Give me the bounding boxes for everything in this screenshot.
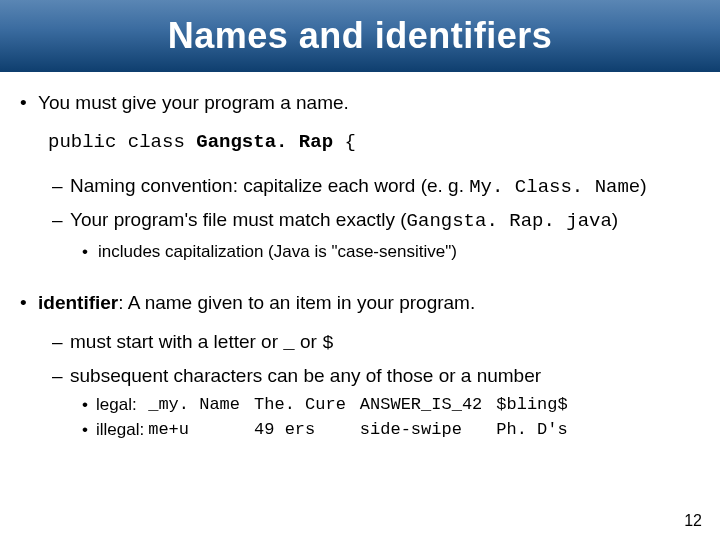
code-prefix: public class	[48, 131, 196, 153]
illegal-ex-0: me+u	[148, 419, 254, 444]
illegal-ex-2: side-swipe	[360, 419, 496, 444]
slide: Names and identifiers You must give your…	[0, 0, 720, 540]
sub-file-match: Your program's file must match exactly (…	[52, 207, 700, 235]
table-row: illegal: me+u 49 ers side-swipe Ph. D's	[82, 419, 582, 444]
slide-title: Names and identifiers	[168, 15, 553, 57]
legal-ex-0: _my. Name	[148, 394, 254, 419]
illegal-label: illegal:	[82, 419, 148, 444]
bullet-identifier: identifier: A name given to an item in y…	[20, 290, 700, 316]
sub-file-close: )	[612, 209, 618, 230]
code-classname: Gangsta. Rap	[196, 131, 333, 153]
legal-label: legal:	[82, 394, 148, 419]
examples-table: legal: _my. Name The. Cure ANSWER_IS_42 …	[82, 394, 582, 444]
legal-ex-2: ANSWER_IS_42	[360, 394, 496, 419]
page-number: 12	[684, 512, 702, 530]
slide-body: You must give your program a name. publi…	[0, 72, 720, 444]
illegal-ex-1: 49 ers	[254, 419, 360, 444]
table-row: legal: _my. Name The. Cure ANSWER_IS_42 …	[82, 394, 582, 419]
bullet-name-program: You must give your program a name.	[20, 90, 700, 116]
sub-naming-close: )	[640, 175, 646, 196]
title-bar: Names and identifiers	[0, 0, 720, 72]
subsub-case-sensitive: includes capitalization (Java is "case-s…	[82, 241, 700, 264]
sub-start-underscore: _	[283, 332, 294, 354]
sub-file-code: Gangsta. Rap. java	[407, 210, 612, 232]
legal-ex-1: The. Cure	[254, 394, 360, 419]
identifier-rest: : A name given to an item in your progra…	[118, 292, 475, 313]
sub-naming-convention: Naming convention: capitalize each word …	[52, 173, 700, 201]
sub-start-text: must start with a letter or	[70, 331, 283, 352]
sub-file-text: Your program's file must match exactly (	[70, 209, 407, 230]
legal-ex-3: $bling$	[496, 394, 581, 419]
sub-naming-text: Naming convention: capitalize each word …	[70, 175, 469, 196]
code-example: public class Gangsta. Rap {	[48, 130, 700, 156]
code-suffix: {	[333, 131, 356, 153]
sub-subsequent-chars: subsequent characters can be any of thos…	[52, 363, 700, 389]
sub-start-mid: or	[295, 331, 322, 352]
sub-naming-code: My. Class. Name	[469, 176, 640, 198]
sub-start-dollar: $	[322, 332, 333, 354]
sub-start-char: must start with a letter or _ or $	[52, 329, 700, 357]
illegal-ex-3: Ph. D's	[496, 419, 581, 444]
examples-block: legal: _my. Name The. Cure ANSWER_IS_42 …	[82, 394, 700, 444]
identifier-term: identifier	[38, 292, 118, 313]
spacer	[20, 268, 700, 290]
